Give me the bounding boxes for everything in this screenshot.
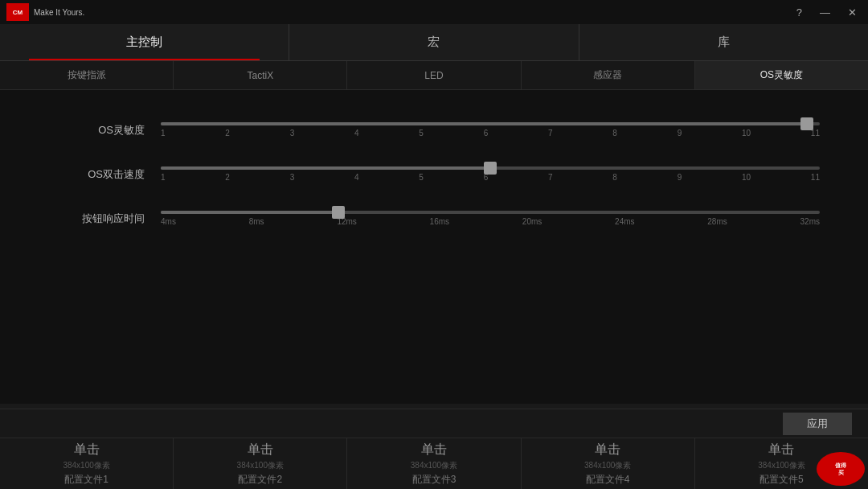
sub-nav-item-1[interactable]: TactiX bbox=[174, 61, 347, 89]
sub-nav-label-3: 感应器 bbox=[593, 68, 622, 82]
slider-thumb-1[interactable] bbox=[484, 162, 497, 175]
slider-track-1 bbox=[161, 166, 820, 170]
profile-click-4: 单击 bbox=[768, 442, 794, 458]
profile-res-3: 384x100像素 bbox=[584, 460, 631, 471]
slider-ticks-0: 1 2 3 4 5 6 7 8 9 10 11 bbox=[161, 129, 820, 138]
main-navigation: 主控制 宏 库 bbox=[0, 24, 868, 61]
slider-fill-0 bbox=[161, 122, 807, 125]
slider-container-2: 4ms 8ms 12ms 16ms 20ms 24ms 28ms 32ms bbox=[161, 211, 820, 226]
slider-fill-2 bbox=[161, 211, 338, 214]
slider-label-2: 按钮响应时间 bbox=[48, 212, 145, 226]
apply-button[interactable]: 应用 bbox=[783, 413, 852, 435]
main-nav-item-2[interactable]: 库 bbox=[579, 24, 868, 60]
profile-name-0: 配置文件1 bbox=[64, 473, 108, 487]
window-controls: ? — ✕ bbox=[792, 5, 862, 20]
profile-name-1: 配置文件2 bbox=[238, 473, 282, 487]
profile-item-0[interactable]: 单击 384x100像素 配置文件1 bbox=[0, 438, 174, 489]
profile-item-3[interactable]: 单击 384x100像素 配置文件4 bbox=[522, 438, 695, 489]
slider-label-1: OS双击速度 bbox=[48, 167, 145, 182]
profile-click-3: 单击 bbox=[595, 442, 620, 458]
sub-nav-item-0[interactable]: 按键指派 bbox=[0, 61, 174, 89]
profile-name-2: 配置文件3 bbox=[412, 473, 457, 487]
logo-icon: CM bbox=[6, 3, 29, 21]
main-nav-label-1: 宏 bbox=[428, 35, 440, 50]
sub-nav-label-0: 按键指派 bbox=[68, 68, 106, 82]
logo-tagline: Make It Yours. bbox=[34, 8, 84, 17]
profile-res-1: 384x100像素 bbox=[237, 460, 284, 471]
minimize-button[interactable]: — bbox=[815, 5, 835, 20]
main-nav-label-2: 库 bbox=[718, 35, 730, 50]
apply-row: 应用 bbox=[0, 409, 868, 438]
sub-nav-item-3[interactable]: 感应器 bbox=[522, 61, 695, 89]
main-nav-item-0[interactable]: 主控制 bbox=[0, 24, 289, 60]
watermark-badge: 值得买 bbox=[817, 452, 865, 486]
title-bar: CM Make It Yours. ? — ✕ bbox=[0, 0, 868, 24]
close-button[interactable]: ✕ bbox=[843, 5, 862, 20]
profiles-row: 单击 384x100像素 配置文件1 单击 384x100像素 配置文件2 单击… bbox=[0, 438, 868, 489]
slider-label-0: OS灵敏度 bbox=[48, 123, 145, 138]
profile-item-2[interactable]: 单击 384x100像素 配置文件3 bbox=[347, 438, 521, 489]
slider-ticks-2: 4ms 8ms 12ms 16ms 20ms 24ms 28ms 32ms bbox=[161, 217, 820, 226]
slider-thumb-0[interactable] bbox=[800, 117, 813, 130]
slider-fill-1 bbox=[161, 166, 490, 170]
profile-res-4: 384x100像素 bbox=[758, 460, 805, 471]
sub-navigation: 按键指派 TactiX LED 感应器 OS灵敏度 bbox=[0, 61, 868, 90]
bottom-bar: 应用 单击 384x100像素 配置文件1 单击 384x100像素 配置文件2… bbox=[0, 409, 868, 489]
profile-name-3: 配置文件4 bbox=[586, 473, 630, 487]
profile-click-1: 单击 bbox=[248, 442, 273, 458]
profile-name-4: 配置文件5 bbox=[760, 473, 804, 487]
sub-nav-label-4: OS灵敏度 bbox=[760, 68, 803, 82]
sub-nav-label-2: LED bbox=[424, 70, 443, 81]
profile-item-1[interactable]: 单击 384x100像素 配置文件2 bbox=[174, 438, 347, 489]
slider-track-0 bbox=[161, 122, 820, 125]
slider-row-0: OS灵敏度 1 2 3 4 5 6 7 8 9 10 11 bbox=[48, 122, 820, 138]
profile-res-2: 384x100像素 bbox=[411, 460, 457, 471]
sub-nav-item-2[interactable]: LED bbox=[347, 61, 521, 89]
main-nav-label-0: 主控制 bbox=[126, 35, 162, 50]
logo-area: CM Make It Yours. bbox=[6, 3, 84, 21]
content-area: OS灵敏度 1 2 3 4 5 6 7 8 9 10 11 OS双击速度 bbox=[0, 90, 868, 404]
profile-click-0: 单击 bbox=[74, 442, 100, 458]
slider-row-2: 按钮响应时间 4ms 8ms 12ms 16ms 20ms 24ms 28ms … bbox=[48, 211, 820, 226]
sub-nav-label-1: TactiX bbox=[247, 70, 273, 81]
slider-container-1: 1 2 3 4 5 6 7 8 9 10 11 bbox=[161, 166, 820, 182]
slider-container-0: 1 2 3 4 5 6 7 8 9 10 11 bbox=[161, 122, 820, 138]
sub-nav-item-4[interactable]: OS灵敏度 bbox=[695, 61, 868, 89]
slider-thumb-2[interactable] bbox=[332, 206, 345, 219]
help-button[interactable]: ? bbox=[792, 5, 807, 20]
slider-track-2 bbox=[161, 211, 820, 214]
slider-row-1: OS双击速度 1 2 3 4 5 6 7 8 9 10 11 bbox=[48, 166, 820, 182]
main-nav-item-1[interactable]: 宏 bbox=[289, 24, 579, 60]
profile-click-2: 单击 bbox=[421, 442, 447, 458]
profile-res-0: 384x100像素 bbox=[63, 460, 109, 471]
